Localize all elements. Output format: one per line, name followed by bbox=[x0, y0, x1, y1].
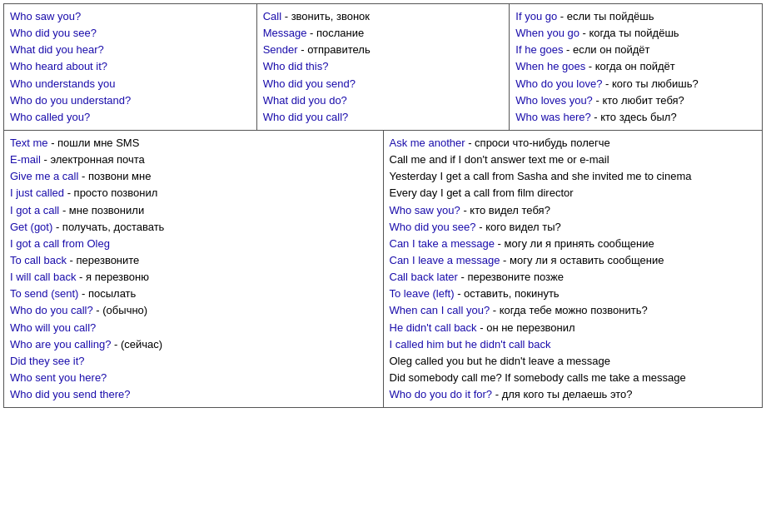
top-row: Who saw you? Who did you see? What did y… bbox=[4, 4, 762, 131]
b-c1-l8: To call back - перезвоните bbox=[10, 252, 377, 269]
top-col1-line4: Who heard about it? bbox=[10, 58, 251, 75]
b-c1-l1: Text me - пошли мне SMS bbox=[10, 135, 377, 152]
b-c2-l8: Can I leave a message - могу ли я остави… bbox=[390, 252, 757, 269]
top-col1-line2: Who did you see? bbox=[10, 25, 251, 42]
top-col1-line7: Who called you? bbox=[10, 109, 251, 126]
top-col2-line2: Message - послание bbox=[263, 25, 504, 42]
top-col3-line7: Who was here? - кто здесь был? bbox=[515, 109, 756, 126]
b-c2-l13: I called him but he didn't call back bbox=[390, 336, 757, 353]
b-c2-l4: Every day I get a call from film directo… bbox=[390, 185, 757, 201]
b-c1-l12: Who will you call? bbox=[10, 320, 377, 336]
b-c2-l6: Who did you see? - кого видел ты? bbox=[390, 219, 757, 236]
top-col3-line5: Who do you love? - кого ты любишь? bbox=[515, 76, 756, 92]
b-c1-l2: E-mail - электронная почта bbox=[10, 152, 377, 168]
b-c2-l11: When can I call you? - когда тебе можно … bbox=[390, 302, 757, 319]
top-col1-line6: Who do you understand? bbox=[10, 92, 251, 109]
top-col2-line5: Who did you send? bbox=[263, 76, 504, 92]
b-c2-l10: To leave (left) - оставить, покинуть bbox=[390, 286, 757, 302]
top-col1-line3: What did you hear? bbox=[10, 42, 251, 58]
b-c1-l3: Give me a call - позвони мне bbox=[10, 168, 377, 185]
top-col3-line1: If you go - если ты пойдёшь bbox=[515, 8, 756, 25]
b-c1-l4: I just called - просто позвонил bbox=[10, 185, 377, 201]
b-c2-l16: Who do you do it for? - для кого ты дела… bbox=[390, 386, 757, 403]
top-col1-line5: Who understands you bbox=[10, 76, 251, 92]
bottom-col1: Text me - пошли мне SMS E-mail - электро… bbox=[4, 131, 384, 407]
top-col2: Call - звонить, звонок Message - послани… bbox=[257, 4, 510, 130]
b-c1-l14: Did they see it? bbox=[10, 353, 377, 370]
b-c1-l11: Who do you call? - (обычно) bbox=[10, 302, 377, 319]
bottom-row: Text me - пошли мне SMS E-mail - электро… bbox=[4, 131, 762, 407]
b-c1-l7: I got a call from Oleg bbox=[10, 236, 377, 252]
b-c2-l9: Call back later - перезвоните позже bbox=[390, 269, 757, 286]
top-col3-line4: When he goes - когда он пойдёт bbox=[515, 58, 756, 75]
b-c2-l15: Did somebody call me? If somebody calls … bbox=[390, 370, 757, 386]
b-c1-l13: Who are you calling? - (сейчас) bbox=[10, 336, 377, 353]
top-col3-line2: When you go - когда ты пойдёшь bbox=[515, 25, 756, 42]
top-col1-line1: Who saw you? bbox=[10, 8, 251, 25]
b-c1-l16: Who did you send there? bbox=[10, 386, 377, 403]
b-c2-l7: Can I take a message - могу ли я принять… bbox=[390, 236, 757, 252]
top-col2-line4: Who did this? bbox=[263, 58, 504, 75]
main-container: Who saw you? Who did you see? What did y… bbox=[3, 3, 763, 408]
b-c1-l9: I will call back - я перезвоню bbox=[10, 269, 377, 286]
top-col3-line6: Who loves you? - кто любит тебя? bbox=[515, 92, 756, 109]
top-col2-line6: What did you do? bbox=[263, 92, 504, 109]
b-c2-l2: Call me and if I don't answer text me or… bbox=[390, 152, 757, 168]
top-col2-line1: Call - звонить, звонок bbox=[263, 8, 504, 25]
b-c2-l3: Yesterday I get a call from Sasha and sh… bbox=[390, 168, 757, 185]
bottom-col2: Ask me another - спроси что-нибудь полег… bbox=[384, 131, 763, 407]
top-col2-line7: Who did you call? bbox=[263, 109, 504, 126]
b-c1-l15: Who sent you here? bbox=[10, 370, 377, 386]
top-col2-line3: Sender - отправитель bbox=[263, 42, 504, 58]
b-c2-l14: Oleg called you but he didn't leave a me… bbox=[390, 353, 757, 370]
b-c1-l6: Get (got) - получать, доставать bbox=[10, 219, 377, 236]
b-c1-l5: I got a call - мне позвонили bbox=[10, 202, 377, 219]
b-c2-l5: Who saw you? - кто видел тебя? bbox=[390, 202, 757, 219]
b-c1-l10: To send (sent) - посылать bbox=[10, 286, 377, 302]
top-col1: Who saw you? Who did you see? What did y… bbox=[4, 4, 257, 130]
b-c2-l1: Ask me another - спроси что-нибудь полег… bbox=[390, 135, 757, 152]
top-col3: If you go - если ты пойдёшь When you go … bbox=[510, 4, 762, 130]
b-c2-l12: He didn't call back - он не перезвонил bbox=[390, 320, 757, 336]
top-col3-line3: If he goes - если он пойдёт bbox=[515, 42, 756, 58]
